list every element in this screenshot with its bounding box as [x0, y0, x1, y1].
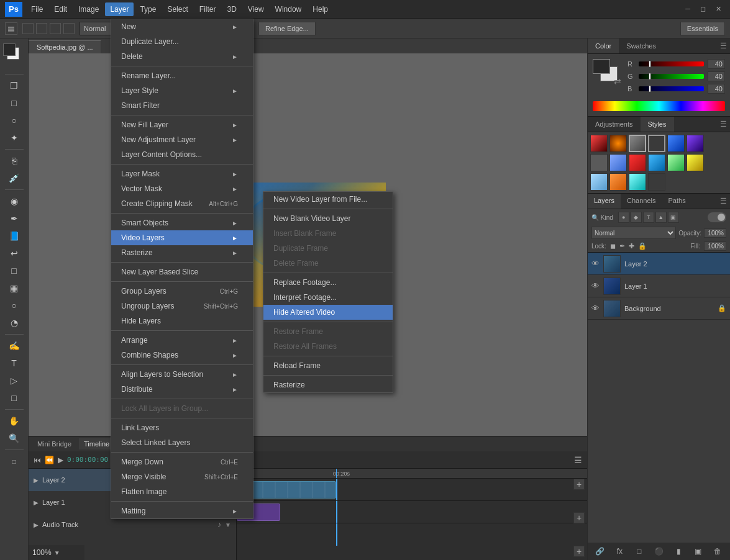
- prev-frame-btn[interactable]: ⏪: [45, 456, 54, 464]
- foreground-color-swatch[interactable]: [3, 43, 16, 56]
- new-sel-icon[interactable]: [22, 23, 34, 34]
- zoom-controls[interactable]: ▼: [54, 549, 60, 556]
- refine-edge-button[interactable]: Refine Edge...: [258, 22, 316, 35]
- style-btn-2[interactable]: [609, 135, 627, 152]
- add-style-btn[interactable]: fx: [613, 545, 626, 558]
- filter-type-btn[interactable]: T: [643, 212, 654, 223]
- type-tool[interactable]: T: [6, 355, 22, 371]
- style-btn-6[interactable]: [687, 135, 704, 152]
- adj-panel-menu[interactable]: ☰: [717, 117, 730, 132]
- timeline-menu-btn[interactable]: ☰: [574, 455, 582, 465]
- essentials-button[interactable]: Essentials: [680, 22, 725, 35]
- fg-color-swatch-panel[interactable]: [593, 59, 610, 74]
- marquee-tool[interactable]: □: [6, 95, 22, 111]
- color-tab[interactable]: Color: [588, 38, 619, 53]
- menu-link-layers[interactable]: Link Layers: [111, 420, 253, 435]
- hand-tool[interactable]: ✋: [6, 413, 22, 429]
- layer-item-layer1[interactable]: 👁 Layer 1: [588, 275, 730, 297]
- style-btn-10[interactable]: [648, 154, 665, 171]
- layer-menu-popup[interactable]: New ► Duplicate Layer... Delete ► Rename…: [111, 19, 253, 519]
- menu-flatten-image[interactable]: Flatten Image: [111, 484, 253, 499]
- add-mask-btn[interactable]: □: [633, 545, 646, 558]
- add-layer2-clip[interactable]: +: [573, 479, 585, 490]
- eyedropper-tool[interactable]: 💉: [6, 170, 22, 186]
- red-slider[interactable]: [639, 61, 704, 66]
- style-btn-3[interactable]: [629, 135, 646, 152]
- lock-transparent-btn[interactable]: ◼: [610, 242, 616, 250]
- layer2-visibility-icon[interactable]: 👁: [591, 259, 600, 268]
- go-start-btn[interactable]: ⏮: [34, 456, 41, 464]
- menu-merge-down[interactable]: Merge Down Ctrl+E: [111, 454, 253, 469]
- style-btn-11[interactable]: [667, 154, 685, 171]
- menu-help[interactable]: Help: [308, 2, 333, 16]
- style-btn-5[interactable]: [667, 135, 685, 152]
- layer-item-layer2[interactable]: 👁 Layer 2: [588, 253, 730, 275]
- play-btn[interactable]: ▶: [58, 456, 63, 464]
- lock-pixels-btn[interactable]: ✒: [619, 242, 625, 250]
- menu-create-clipping-mask[interactable]: Create Clipping Mask Alt+Ctrl+G: [111, 196, 253, 211]
- subtract-sel-icon[interactable]: [50, 23, 61, 34]
- menu-rasterize[interactable]: Rasterize ►: [111, 245, 253, 260]
- link-layers-btn[interactable]: 🔗: [594, 545, 606, 558]
- filter-pixel-btn[interactable]: ●: [618, 212, 629, 223]
- style-btn-13[interactable]: [590, 173, 608, 191]
- channels-tab[interactable]: Channels: [621, 194, 662, 209]
- menu-new-fill-layer[interactable]: New Fill Layer ►: [111, 117, 253, 132]
- green-slider[interactable]: [639, 74, 704, 79]
- menu-file[interactable]: File: [26, 2, 48, 16]
- add-layer1-clip[interactable]: +: [573, 512, 585, 523]
- color-spectrum[interactable]: [593, 101, 725, 111]
- menu-layer-content-opts[interactable]: Layer Content Options...: [111, 147, 253, 162]
- swap-colors-icon[interactable]: ⇄: [614, 76, 621, 86]
- menu-smart-objects[interactable]: Smart Objects ►: [111, 215, 253, 230]
- clone-stamp[interactable]: 📘: [6, 228, 22, 244]
- close-btn[interactable]: ✕: [712, 2, 725, 16]
- menu-image[interactable]: Image: [73, 2, 104, 16]
- menu-video-layers[interactable]: Video Layers ►: [111, 230, 253, 245]
- adjustments-tab[interactable]: Adjustments: [588, 117, 641, 132]
- layer1-visibility-icon[interactable]: 👁: [591, 281, 600, 291]
- style-btn-16[interactable]: [648, 173, 665, 191]
- delete-layer-btn[interactable]: 🗑: [711, 545, 724, 558]
- add-audio-clip[interactable]: +: [573, 546, 585, 557]
- mini-bridge-tab[interactable]: Mini Bridge: [32, 438, 76, 449]
- red-value-input[interactable]: 40: [708, 59, 725, 69]
- menu-distribute[interactable]: Distribute ►: [111, 382, 253, 397]
- filter-toggle[interactable]: [708, 212, 726, 222]
- menu-ungroup-layers[interactable]: Ungroup Layers Shift+Ctrl+G: [111, 299, 253, 314]
- menu-lock-all-layers[interactable]: Lock All Layers in Group...: [111, 401, 253, 416]
- menu-arrange[interactable]: Arrange ►: [111, 333, 253, 348]
- history-brush[interactable]: ↩: [6, 245, 22, 261]
- style-btn-9[interactable]: [629, 154, 646, 171]
- menu-new-layer-based-slice[interactable]: New Layer Based Slice: [111, 264, 253, 279]
- style-btn-4[interactable]: [648, 135, 665, 152]
- eraser-tool[interactable]: □: [6, 263, 22, 279]
- shape-tool[interactable]: □: [6, 390, 22, 406]
- path-selection[interactable]: ▷: [6, 373, 22, 389]
- menu-filter[interactable]: Filter: [194, 2, 221, 16]
- layers-tab[interactable]: Layers: [588, 194, 621, 209]
- menu-select-linked[interactable]: Select Linked Layers: [111, 435, 253, 450]
- opacity-input[interactable]: [704, 228, 726, 238]
- dodge-tool[interactable]: ◔: [6, 315, 22, 331]
- menu-duplicate-layer[interactable]: Duplicate Layer...: [111, 34, 253, 49]
- intersect-sel-icon[interactable]: [63, 23, 75, 34]
- filter-adj-btn[interactable]: ◆: [631, 212, 642, 223]
- green-value-input[interactable]: 40: [708, 71, 725, 81]
- color-panel-menu[interactable]: ☰: [717, 38, 730, 53]
- add-adj-btn[interactable]: ⚫: [652, 545, 665, 558]
- menu-merge-visible[interactable]: Merge Visible Shift+Ctrl+E: [111, 469, 253, 484]
- style-btn-12[interactable]: [687, 154, 704, 171]
- menu-vector-mask[interactable]: Vector Mask ►: [111, 181, 253, 196]
- restore-btn[interactable]: ◻: [696, 2, 709, 16]
- timeline-tab[interactable]: Timeline: [79, 438, 114, 449]
- menu-group-layers[interactable]: Group Layers Ctrl+G: [111, 284, 253, 299]
- lock-position-btn[interactable]: ✚: [629, 242, 634, 250]
- style-btn-7[interactable]: [590, 154, 608, 171]
- menu-layer[interactable]: Layer: [105, 2, 134, 16]
- menu-delete[interactable]: Delete ►: [111, 49, 253, 64]
- paths-tab[interactable]: Paths: [662, 194, 692, 209]
- filter-smart-btn[interactable]: ▣: [668, 212, 679, 223]
- menu-layer-style[interactable]: Layer Style ►: [111, 83, 253, 98]
- add-sel-icon[interactable]: [36, 23, 47, 34]
